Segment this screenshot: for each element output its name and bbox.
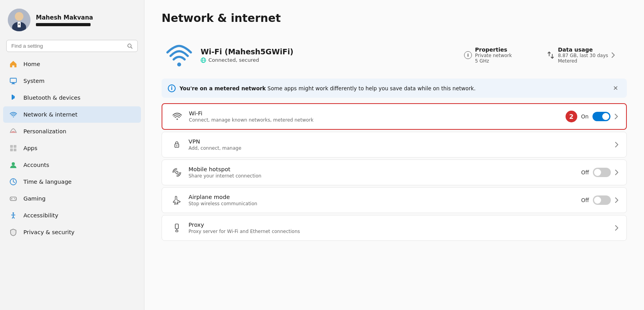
page-title: Network & internet (162, 12, 627, 25)
sidebar-item-time-label: Time & language (23, 179, 72, 185)
svg-rect-11 (10, 145, 13, 148)
search-box[interactable] (6, 40, 138, 52)
hotspot-toggle-slider (593, 168, 611, 177)
hotspot-item-title: Mobile hotspot (189, 166, 581, 172)
sidebar-item-gaming[interactable]: Gaming (3, 190, 141, 207)
metered-banner: i You're on a metered network Some apps … (162, 79, 627, 98)
airplane-item-right: Off (581, 195, 619, 205)
vpn-chevron (615, 142, 619, 148)
properties-sub1: Private network (475, 53, 512, 58)
airplane-toggle[interactable] (593, 195, 611, 205)
profile-name: Mahesh Makvana (36, 14, 93, 21)
svg-rect-13 (10, 149, 13, 151)
banner-desc: Some apps might work differently to help… (266, 85, 475, 91)
gaming-icon (9, 194, 18, 203)
sidebar-item-gaming-label: Gaming (23, 195, 46, 202)
profile-info: Mahesh Makvana (36, 14, 93, 26)
sidebar-item-privacy-label: Privacy & security (23, 229, 75, 235)
hotspot-toggle[interactable] (593, 168, 611, 177)
svg-rect-14 (14, 149, 16, 151)
svg-point-27 (177, 63, 181, 66)
personalization-icon (9, 127, 18, 136)
settings-list: Wi-Fi Connect, manage known networks, me… (162, 103, 627, 242)
svg-point-36 (176, 171, 178, 174)
sidebar-item-accounts[interactable]: Accounts (3, 157, 141, 173)
wifi-toggle[interactable] (592, 112, 610, 121)
wifi-item-content: Wi-Fi Connect, manage known networks, me… (184, 110, 566, 123)
sidebar-item-home[interactable]: Home (3, 56, 141, 72)
wifi-item-title: Wi-Fi (189, 110, 566, 116)
wifi-data-usage[interactable]: Data usage 8.87 GB, last 30 days Metered (523, 47, 627, 64)
svg-rect-17 (10, 197, 16, 201)
system-icon (9, 76, 18, 86)
settings-item-vpn[interactable]: VPN Add, connect, manage (162, 132, 627, 158)
wifi-name: Wi-Fi (Mahesh5GWiFi) (201, 47, 452, 56)
banner-text: You're on a metered network Some apps mi… (180, 85, 607, 91)
data-info: Data usage 8.87 GB, last 30 days Metered (558, 47, 608, 64)
time-icon (9, 177, 18, 186)
banner-close-button[interactable]: ✕ (611, 84, 621, 93)
sidebar-item-privacy[interactable]: Privacy & security (3, 224, 141, 240)
search-input[interactable] (11, 43, 124, 49)
sidebar-item-system[interactable]: System (3, 73, 141, 89)
sidebar-item-bluetooth[interactable]: Bluetooth & devices (3, 90, 141, 106)
vpn-item-content: VPN Add, connect, manage (184, 138, 615, 151)
wifi-header: Wi-Fi (Mahesh5GWiFi) Connected, secured … (162, 33, 627, 79)
sidebar-item-personalization[interactable]: Personalization (3, 123, 141, 140)
wifi-chevron (614, 113, 618, 120)
proxy-item-content: Proxy Proxy server for Wi-Fi and Etherne… (184, 222, 615, 234)
airplane-toggle-label: Off (581, 197, 589, 203)
data-usage-sub: 8.87 GB, last 30 days (558, 53, 608, 58)
svg-point-22 (12, 212, 14, 214)
sidebar-item-time[interactable]: Time & language (3, 174, 141, 190)
settings-item-airplane[interactable]: Airplane mode Stop wireless communicatio… (162, 187, 627, 213)
svg-point-10 (13, 116, 14, 118)
airplane-chevron (615, 197, 619, 203)
sidebar-item-network[interactable]: Network & internet (3, 106, 141, 123)
hotspot-item-content: Mobile hotspot Share your internet conne… (184, 166, 581, 179)
data-usage-chevron (611, 52, 615, 58)
sidebar-item-personalization-label: Personalization (23, 128, 66, 134)
wifi-status: Connected, secured (201, 57, 452, 63)
banner-bold: You're on a metered network (180, 85, 266, 91)
privacy-icon (9, 228, 18, 237)
svg-point-1 (15, 12, 23, 21)
svg-rect-9 (11, 84, 15, 84)
data-usage-label: Data usage (558, 47, 608, 53)
wifi-toggle-slider (592, 112, 610, 121)
airplane-item-title: Airplane mode (189, 194, 581, 200)
proxy-item-title: Proxy (189, 222, 615, 228)
svg-line-6 (131, 47, 132, 48)
settings-item-hotspot[interactable]: Mobile hotspot Share your internet conne… (162, 159, 627, 185)
hotspot-item-right: Off (581, 168, 619, 177)
search-icon (127, 43, 133, 49)
sidebar-item-apps[interactable]: Apps (3, 140, 141, 156)
proxy-item-icon (170, 221, 184, 235)
svg-rect-8 (12, 83, 14, 84)
profile-bar (36, 23, 91, 26)
svg-point-15 (12, 162, 15, 165)
airplane-item-content: Airplane mode Stop wireless communicatio… (184, 194, 581, 206)
wifi-toggle-label: On (581, 113, 589, 120)
bluetooth-icon (9, 93, 18, 102)
network-icon (9, 110, 18, 119)
airplane-toggle-slider (593, 195, 611, 205)
data-usage-metered: Metered (558, 58, 608, 64)
wifi-prop-info: Properties Private network 5 GHz (475, 47, 512, 64)
settings-item-proxy[interactable]: Proxy Proxy server for Wi-Fi and Etherne… (162, 215, 627, 241)
svg-point-33 (176, 118, 178, 120)
svg-rect-12 (14, 145, 16, 148)
sidebar-item-accessibility[interactable]: Accessibility (3, 207, 141, 224)
settings-item-wifi[interactable]: Wi-Fi Connect, manage known networks, me… (162, 103, 627, 130)
sidebar-item-network-label: Network & internet (23, 111, 77, 118)
vpn-item-icon (170, 138, 184, 152)
sidebar-item-home-label: Home (23, 61, 40, 67)
info-icon: i (464, 51, 472, 59)
vpn-item-right (615, 142, 619, 148)
properties-sub2: 5 GHz (475, 58, 512, 64)
banner-info-icon: i (168, 84, 176, 92)
apps-icon (9, 143, 18, 153)
globe-icon (201, 57, 206, 63)
wifi-badge: 2 (566, 111, 577, 122)
avatar (8, 9, 30, 31)
